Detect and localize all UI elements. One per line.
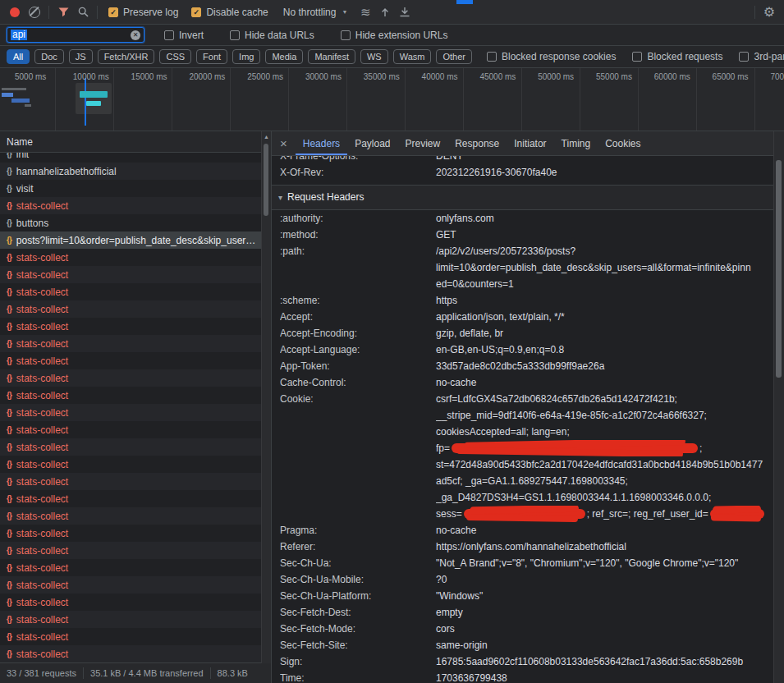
braces-icon: {} [7, 511, 11, 520]
type-filter-media[interactable]: Media [265, 49, 303, 64]
type-filter-all[interactable]: All [7, 49, 30, 64]
request-row[interactable]: {}stats-collect [0, 525, 271, 542]
type-filter-js[interactable]: JS [69, 49, 93, 64]
scrollbar-thumb[interactable] [264, 144, 268, 216]
request-row[interactable]: {}stats-collect [0, 611, 271, 628]
braces-icon: {} [7, 287, 11, 296]
type-filter-wasm[interactable]: Wasm [393, 49, 432, 64]
header-value: same-origin [436, 637, 774, 653]
braces-icon: {} [7, 236, 11, 245]
request-row[interactable]: {}stats-collect [0, 645, 271, 662]
clear-button[interactable] [25, 2, 44, 22]
request-row[interactable]: {}stats-collect [0, 387, 271, 404]
request-name: stats-collect [16, 269, 68, 281]
request-row[interactable]: {}stats-collect [0, 576, 271, 594]
tab-response[interactable]: Response [447, 131, 507, 155]
request-row[interactable]: {}stats-collect [0, 283, 271, 300]
request-list: {}init{}hannahelizabethofficial{}visit{}… [0, 153, 271, 662]
tab-headers[interactable]: Headers [296, 131, 347, 155]
type-filter-font[interactable]: Font [196, 49, 227, 64]
request-row[interactable]: {}stats-collect [0, 507, 271, 525]
scroll-up-arrow-icon[interactable]: ▲ [262, 131, 271, 140]
checkbox-box: ✓ [341, 30, 351, 40]
request-row[interactable]: {}stats-collect [0, 542, 271, 559]
network-conditions-button[interactable]: ≋ [355, 2, 375, 22]
type-filter-other[interactable]: Other [436, 49, 472, 64]
request-row[interactable]: {}stats-collect [0, 628, 271, 645]
filter-input[interactable]: api ✕ [7, 27, 144, 43]
tab-payload[interactable]: Payload [347, 131, 397, 155]
request-row[interactable]: {}stats-collect [0, 197, 271, 214]
header-name: Cache-Control: [280, 374, 436, 391]
request-row[interactable]: {}stats-collect [0, 438, 271, 456]
details-scrollbar[interactable] [773, 131, 784, 683]
request-list-scrollbar[interactable]: ▲ [261, 131, 271, 663]
request-row[interactable]: {}stats-collect [0, 456, 271, 473]
header-row: Referer:https://onlyfans.com/hannaheliza… [272, 539, 774, 555]
scrollbar-thumb[interactable] [776, 160, 782, 378]
request-row[interactable]: {}stats-collect [0, 335, 271, 352]
record-button[interactable] [5, 2, 25, 22]
request-row[interactable]: {}stats-collect [0, 559, 271, 576]
checkbox-3rd-party-requests[interactable]: ✓3rd-party requests [739, 51, 784, 62]
request-row[interactable]: {}stats-collect [0, 473, 271, 490]
header-name: App-Token: [280, 358, 436, 374]
type-filter-img[interactable]: Img [232, 49, 260, 64]
request-row[interactable]: {}stats-collect [0, 421, 271, 438]
request-row[interactable]: {}stats-collect [0, 249, 271, 266]
request-row[interactable]: {}hannahelizabethofficial [0, 163, 271, 180]
throttling-dropdown[interactable]: No throttling ▼ [283, 7, 348, 18]
import-har-button[interactable] [375, 2, 395, 22]
timeline-label: 35000 ms [364, 72, 400, 81]
request-row[interactable]: {}stats-collect [0, 490, 271, 507]
request-row[interactable]: {}stats-collect [0, 404, 271, 421]
type-filter-doc[interactable]: Doc [34, 49, 64, 64]
search-button[interactable] [73, 2, 93, 22]
header-value: empty [436, 604, 774, 621]
request-row[interactable]: {}stats-collect [0, 352, 271, 369]
checkbox-blocked-response-cookies[interactable]: ✓Blocked response cookies [487, 51, 616, 62]
hide-data-urls-checkbox[interactable]: ✓ Hide data URLs [230, 30, 314, 41]
filter-button[interactable] [53, 2, 73, 22]
export-har-button[interactable] [395, 2, 415, 22]
invert-checkbox[interactable]: ✓ Invert [164, 30, 204, 41]
header-name: :scheme: [280, 292, 436, 309]
waterfall-activity-bar [11, 99, 30, 103]
clear-filter-icon[interactable]: ✕ [131, 30, 140, 40]
request-headers-section[interactable]: ▾ Request Headers [272, 185, 774, 210]
header-value-text: "Windows" [436, 590, 483, 602]
request-row[interactable]: {}init [0, 153, 271, 163]
close-details-icon[interactable]: × [275, 131, 296, 155]
request-row[interactable]: {}posts?limit=10&order=publish_date_desc… [0, 231, 271, 249]
header-row: Accept-Language:en-GB,en-US;q=0.9,en;q=0… [272, 342, 774, 358]
tab-timing[interactable]: Timing [554, 131, 598, 155]
tab-initiator[interactable]: Initiator [507, 131, 553, 155]
braces-icon: {} [7, 391, 11, 400]
header-value-text: 1703636799438 [436, 672, 507, 683]
hide-extension-urls-checkbox[interactable]: ✓ Hide extension URLs [341, 30, 448, 41]
request-row[interactable]: {}stats-collect [0, 266, 271, 283]
request-row[interactable]: {}visit [0, 180, 271, 197]
request-row[interactable]: {}stats-collect [0, 318, 271, 335]
waterfall-activity-bar [2, 93, 13, 97]
disable-cache-checkbox[interactable]: ✓ Disable cache [191, 7, 268, 18]
tab-cookies[interactable]: Cookies [598, 131, 648, 155]
name-column-header[interactable]: Name [0, 131, 271, 153]
request-row[interactable]: {}buttons [0, 214, 271, 231]
settings-button[interactable]: ⚙ [759, 2, 779, 22]
tab-preview[interactable]: Preview [398, 131, 448, 155]
request-row[interactable]: {}stats-collect [0, 594, 271, 611]
request-row[interactable]: {}stats-collect [0, 300, 271, 318]
type-filter-css[interactable]: CSS [159, 49, 191, 64]
request-row[interactable]: {}stats-collect [0, 369, 271, 387]
timeline-overview[interactable]: 5000 ms10000 ms15000 ms20000 ms25000 ms3… [0, 68, 784, 131]
type-filter-fetch-xhr[interactable]: Fetch/XHR [98, 49, 155, 64]
header-value-text: no-cache [436, 377, 476, 388]
timeline-label: 25000 ms [247, 72, 283, 81]
network-main-area: Name {}init{}hannahelizabethofficial{}vi… [0, 131, 784, 683]
type-filter-ws[interactable]: WS [360, 49, 388, 64]
preserve-log-checkbox[interactable]: ✓ Preserve log [108, 7, 178, 18]
checkbox-blocked-requests[interactable]: ✓Blocked requests [632, 51, 722, 62]
type-filter-manifest[interactable]: Manifest [308, 49, 355, 64]
header-value-text: ed=0&counters=1 [436, 278, 514, 290]
